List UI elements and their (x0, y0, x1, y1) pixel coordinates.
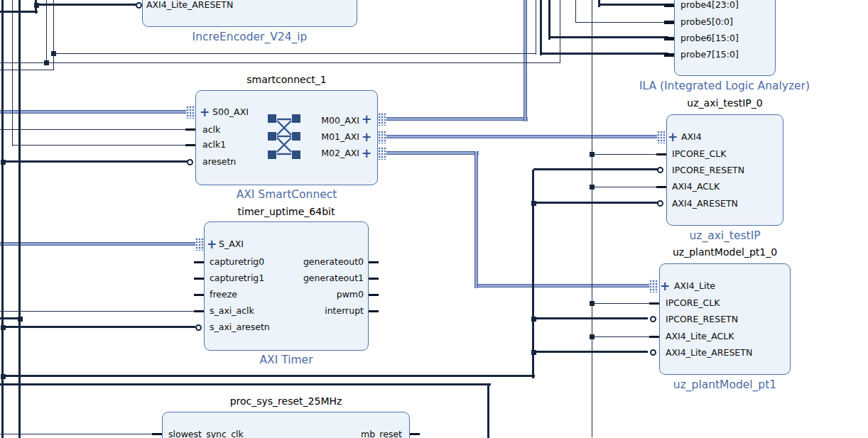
pin-stub[interactable] (656, 153, 666, 155)
active-low-pin-icon[interactable] (195, 324, 202, 331)
bus-pin-stub[interactable] (664, 4, 674, 7)
block-design-canvas[interactable]: +++++++ AXI4_Lite_ARESETN IncreEncoder_V… (0, 0, 868, 438)
pin-layer: +++++++ (0, 0, 868, 438)
pin-stub[interactable] (194, 294, 204, 296)
pin-stub[interactable] (656, 186, 666, 188)
bus-pin-stub[interactable] (664, 53, 674, 57)
pin-stub[interactable] (649, 336, 659, 338)
expand-plus-icon[interactable]: + (200, 106, 210, 119)
pin-stub[interactable] (194, 261, 204, 263)
interface-pin-icon[interactable] (378, 147, 386, 160)
active-low-pin-icon[interactable] (136, 2, 142, 9)
pin-stub[interactable] (410, 433, 420, 435)
pin-stub[interactable] (369, 310, 379, 312)
pin-stub[interactable] (194, 310, 204, 312)
pin-stub[interactable] (369, 261, 379, 263)
active-low-pin-icon[interactable] (657, 167, 663, 173)
expand-plus-icon[interactable]: + (668, 131, 678, 143)
active-low-pin-icon[interactable] (650, 349, 656, 356)
interface-pin-icon[interactable] (649, 280, 658, 292)
interface-pin-icon[interactable] (378, 131, 386, 143)
pin-stub[interactable] (369, 278, 379, 280)
active-low-pin-icon[interactable] (650, 316, 656, 322)
pin-stub[interactable] (152, 433, 162, 435)
bus-pin-stub[interactable] (664, 21, 674, 24)
interface-pin-icon[interactable] (186, 106, 195, 119)
pin-stub[interactable] (649, 302, 659, 305)
interface-pin-icon[interactable] (378, 113, 386, 126)
expand-plus-icon[interactable]: + (207, 238, 217, 251)
expand-plus-icon[interactable]: + (362, 131, 371, 143)
expand-plus-icon[interactable]: + (362, 147, 371, 160)
expand-plus-icon[interactable]: + (362, 113, 371, 126)
interface-pin-icon[interactable] (657, 131, 666, 143)
active-low-pin-icon[interactable] (187, 159, 193, 165)
pin-stub[interactable] (185, 128, 195, 131)
interface-pin-icon[interactable] (195, 238, 204, 251)
pin-stub[interactable] (185, 144, 195, 146)
pin-stub[interactable] (194, 278, 204, 280)
bus-pin-stub[interactable] (664, 37, 674, 40)
active-low-pin-icon[interactable] (657, 200, 663, 207)
expand-plus-icon[interactable]: + (660, 280, 670, 292)
pin-stub[interactable] (369, 294, 379, 296)
